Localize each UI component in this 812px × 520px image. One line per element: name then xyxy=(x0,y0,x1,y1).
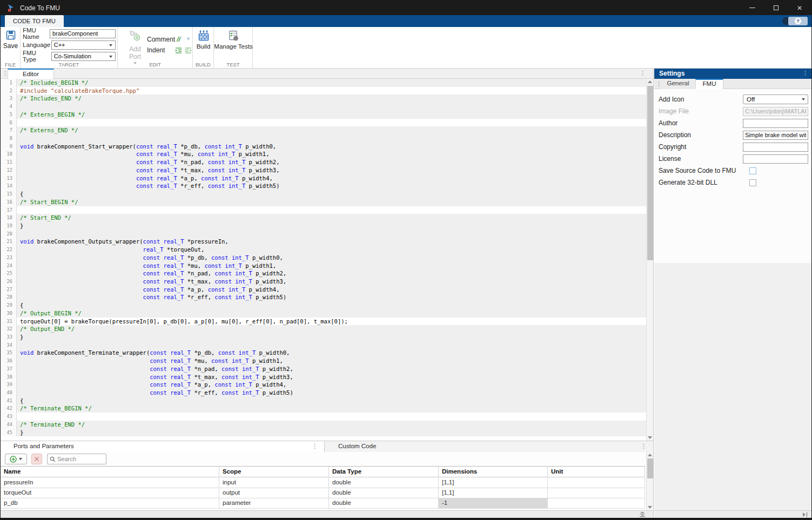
help-control[interactable]: ? xyxy=(782,17,808,25)
scroll-down-icon[interactable] xyxy=(648,436,652,439)
settings-menu-icon[interactable]: ⋮ xyxy=(802,70,808,77)
fmu-name-input[interactable] xyxy=(50,29,116,38)
custom-code-menu-icon[interactable]: ⋮ xyxy=(641,443,647,450)
close-icon: ✕ xyxy=(797,4,802,12)
scroll-up-icon[interactable] xyxy=(648,80,652,83)
add-icon-label: Add Icon xyxy=(659,96,743,103)
line-number: 8 xyxy=(1,134,17,143)
table-cell[interactable] xyxy=(548,488,645,498)
author-input[interactable] xyxy=(743,119,808,128)
line-number: 32 xyxy=(1,325,17,333)
tab-fmu[interactable]: FMU xyxy=(695,79,723,89)
tab-code-to-fmu[interactable]: CODE TO FMU xyxy=(5,15,64,27)
description-label: Description xyxy=(659,131,743,139)
close-button[interactable]: ✕ xyxy=(788,1,811,15)
code-text: const real_T *p_db, const int_T p_width0… xyxy=(17,254,653,262)
settings-form: Add IconOffImage FileAuthorDescriptionCo… xyxy=(654,89,812,263)
indent-right-icon[interactable] xyxy=(184,46,192,54)
fmu-type-label: FMU Type xyxy=(23,50,51,63)
indent-left-icon[interactable] xyxy=(175,46,183,54)
table-cell[interactable]: double xyxy=(329,498,439,508)
code-line-33: 33} xyxy=(1,333,653,341)
manage-tests-button[interactable]: Manage Tests xyxy=(214,30,253,50)
code-editor[interactable]: 1/* Includes_BEGIN */2#include "calculat… xyxy=(1,79,653,441)
code-text[interactable]: torqueOut[0] = brakeTorque(pressureIn[0]… xyxy=(17,318,653,326)
line-number: 5 xyxy=(1,111,17,119)
image-file-input xyxy=(743,107,808,116)
fmu-type-dropdown[interactable]: Co-Simulation xyxy=(51,52,116,61)
code-text[interactable] xyxy=(17,413,653,421)
editor-menu-icon[interactable]: ⋮ xyxy=(640,70,646,77)
table-cell[interactable]: torqueOut xyxy=(1,488,219,498)
table-cell[interactable]: parameter xyxy=(219,498,329,508)
help-button[interactable]: ? xyxy=(788,17,808,25)
scrollbar-thumb[interactable] xyxy=(647,86,653,260)
table-cell[interactable]: -1 xyxy=(439,498,548,508)
table-cell[interactable]: [1,1] xyxy=(439,478,548,488)
collapse-panel-icon[interactable] xyxy=(639,512,646,517)
scrollbar-thumb[interactable] xyxy=(647,458,653,478)
add-entry-button[interactable] xyxy=(5,454,27,464)
comment-icon[interactable]: // xyxy=(175,36,183,43)
build-button[interactable]: Build xyxy=(193,30,214,50)
app-icon xyxy=(6,4,15,12)
tab-custom-code[interactable]: Custom Code ⋮ xyxy=(325,441,653,453)
copyright-input[interactable] xyxy=(743,143,808,152)
save-button[interactable]: Save xyxy=(1,30,21,50)
table-cell[interactable]: double xyxy=(329,478,439,488)
code-text[interactable] xyxy=(17,119,653,127)
table-cell[interactable]: [1,1] xyxy=(439,488,548,498)
scroll-up-icon[interactable] xyxy=(648,454,652,456)
line-number: 45 xyxy=(1,429,17,437)
code-line-4: 4 xyxy=(1,103,653,111)
table-cell[interactable]: p_db xyxy=(1,498,219,508)
column-header-dimensions[interactable]: Dimensions xyxy=(439,467,548,477)
table-cell[interactable] xyxy=(548,478,645,488)
code-line-23: 23 const real_T *p_db, const int_T p_wid… xyxy=(1,254,653,262)
ports-menu-icon[interactable]: ⋮ xyxy=(312,443,318,450)
code-text[interactable] xyxy=(17,206,653,214)
tab-general[interactable]: General xyxy=(661,79,695,89)
column-header-scope[interactable]: Scope xyxy=(219,467,329,477)
section-label-test: TEST xyxy=(214,62,252,67)
table-cell[interactable]: pressureIn xyxy=(1,478,219,488)
save-source-code-to-fmu-checkbox[interactable] xyxy=(749,167,756,174)
comment-label: Comment xyxy=(147,36,173,43)
scroll-down-icon[interactable] xyxy=(648,506,652,509)
settings-title: Settings xyxy=(659,70,685,77)
license-input[interactable] xyxy=(743,154,808,164)
settings-tab-bar: ⋮ General FMU xyxy=(654,79,812,89)
column-header-name[interactable]: Name xyxy=(1,467,219,477)
table-cell[interactable]: output xyxy=(219,488,329,498)
language-dropdown[interactable]: C++ xyxy=(51,40,116,50)
line-number: 26 xyxy=(1,278,17,286)
editor-scrollbar[interactable] xyxy=(646,79,653,441)
tab-ports-and-parameters[interactable]: Ports and Parameters ⋮ xyxy=(1,441,325,453)
generate-32bit-dll-checkbox[interactable] xyxy=(749,179,756,186)
code-text: /* Output_BEGIN */ xyxy=(17,309,653,318)
column-header-data-type[interactable]: Data Type xyxy=(329,467,439,477)
table-cell[interactable] xyxy=(548,498,645,508)
maximize-button[interactable] xyxy=(764,1,788,15)
line-number: 34 xyxy=(1,341,17,349)
code-text: { xyxy=(17,397,653,405)
table-cell[interactable]: input xyxy=(219,478,329,488)
add-icon-dropdown[interactable]: Off xyxy=(743,94,808,104)
line-number: 24 xyxy=(1,262,17,270)
description-input[interactable] xyxy=(743,131,808,140)
expand-panel-icon[interactable] xyxy=(802,512,808,517)
table-scrollbar[interactable] xyxy=(646,452,653,510)
language-label: Language xyxy=(23,42,51,48)
code-line-29: 29{ xyxy=(1,301,653,309)
code-text xyxy=(17,341,653,349)
tab-editor[interactable]: Editor xyxy=(8,69,54,79)
column-header-unit[interactable]: Unit xyxy=(548,467,645,477)
search-input[interactable] xyxy=(57,456,103,462)
code-line-6: 6 xyxy=(1,119,653,127)
minimize-button[interactable] xyxy=(740,1,764,15)
search-box[interactable] xyxy=(47,454,106,464)
code-line-20: 20 xyxy=(1,230,653,238)
table-cell[interactable]: double xyxy=(329,488,439,498)
code-text[interactable]: #include "calculateBrakeTorque.hpp" xyxy=(17,87,653,95)
line-number: 40 xyxy=(1,389,17,397)
